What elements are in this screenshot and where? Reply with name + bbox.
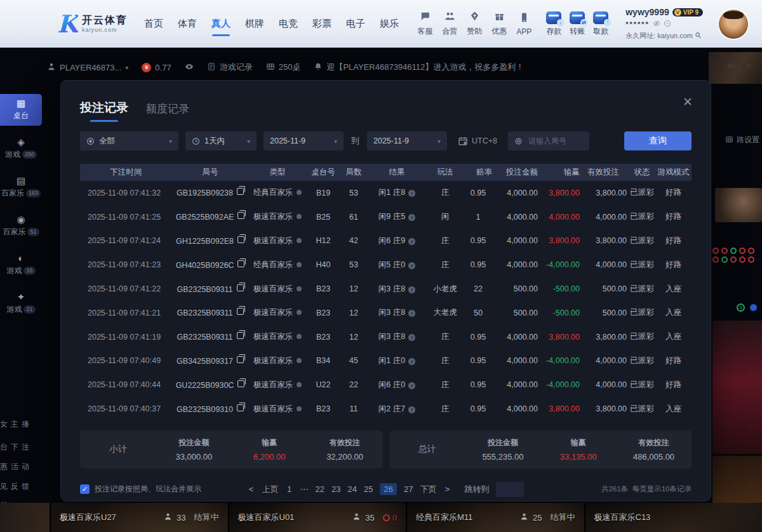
- merge-checkbox[interactable]: [80, 484, 90, 494]
- total-win: 33,135.00: [540, 452, 616, 462]
- deposit-button[interactable]: ↓ 存款: [546, 11, 561, 37]
- valid-bet: 500.00: [580, 309, 627, 317]
- nav-item[interactable]: 体育: [178, 18, 197, 30]
- table-row[interactable]: 2025-11-09 07:41:24 GH1225B092E8 极速百家乐 H…: [80, 229, 692, 253]
- sidebar-item[interactable]: ◐ 游戏 15: [0, 249, 42, 281]
- table-tile[interactable]: 极速百家乐U27 33 结算中: [51, 503, 228, 532]
- page-button[interactable]: 上页: [262, 484, 279, 495]
- info-icon[interactable]: [408, 286, 415, 293]
- info-icon[interactable]: [408, 382, 415, 389]
- game-record-link[interactable]: 游戏记录: [207, 62, 253, 73]
- info-icon[interactable]: [408, 358, 415, 365]
- copy-icon[interactable]: [237, 404, 244, 411]
- page-button[interactable]: 25: [364, 484, 373, 494]
- time-range-select[interactable]: 1天内 ▾: [185, 131, 257, 150]
- game-type-select[interactable]: 全部 ▾: [80, 131, 178, 150]
- modal-tab[interactable]: 额度记录: [146, 102, 189, 116]
- page-button[interactable]: >: [443, 484, 451, 494]
- copy-icon[interactable]: [237, 308, 244, 315]
- page-button[interactable]: 27: [404, 484, 413, 494]
- info-icon[interactable]: [408, 334, 415, 341]
- copy-icon[interactable]: [237, 356, 244, 363]
- page-button[interactable]: 26: [380, 483, 396, 495]
- table-tile[interactable]: 极速百家乐U01 35 0: [229, 503, 406, 532]
- table-row[interactable]: 2025-11-09 07:41:19 GB2325B09311 极速百家乐 B…: [80, 325, 692, 349]
- info-icon[interactable]: [408, 406, 415, 413]
- copy-icon[interactable]: [237, 260, 244, 267]
- table-row[interactable]: 2025-11-09 07:40:49 GB3425B09317 极速百家乐 B…: [80, 349, 692, 373]
- copy-icon[interactable]: [237, 212, 244, 219]
- table-tile[interactable]: 经典百家乐M11 25 结算中: [407, 503, 584, 532]
- transfer-button[interactable]: ⇄ 转账: [570, 11, 585, 37]
- table-row[interactable]: 2025-11-09 07:41:21 GB2325B09311 极速百家乐 B…: [80, 301, 692, 325]
- eye-off-icon[interactable]: [653, 18, 660, 30]
- nav-item[interactable]: 电子: [346, 18, 365, 30]
- sponsor-button[interactable]: 赞助: [467, 11, 482, 37]
- table-row[interactable]: 2025-11-09 07:40:44 GU2225B0930C 极速百家乐 U…: [80, 373, 692, 397]
- sidebar-item[interactable]: ▤ 百家乐 163: [0, 171, 42, 203]
- close-icon[interactable]: ✕: [683, 96, 693, 108]
- info-icon[interactable]: [408, 262, 415, 269]
- page-button[interactable]: 24: [348, 484, 357, 494]
- refresh-circle-icon[interactable]: [664, 18, 671, 30]
- table-row[interactable]: 2025-11-09 07:41:25 GB2525B092AE 极速百家乐 B…: [80, 205, 692, 229]
- date-to-select[interactable]: 2025-11-9 ▾: [367, 131, 447, 150]
- copy-icon[interactable]: [237, 332, 244, 339]
- player-menu[interactable]: PLAYER46873... ▾: [47, 62, 128, 73]
- jump-input[interactable]: [496, 482, 524, 497]
- sidebar-link-promos[interactable]: 惠活动: [0, 462, 38, 472]
- modal-tab[interactable]: 投注记录: [80, 100, 128, 116]
- query-button[interactable]: 查询: [624, 131, 692, 150]
- page-button[interactable]: ⋯: [300, 484, 309, 494]
- withdraw-button[interactable]: ↑ 取款: [593, 11, 608, 37]
- partnership-button[interactable]: 合营: [442, 11, 457, 37]
- date-from-select[interactable]: 2025-11-9 ▾: [264, 131, 344, 150]
- timezone-display[interactable]: UTC+8: [458, 136, 497, 146]
- sidebar-link-feedback[interactable]: 见反馈: [0, 481, 38, 492]
- nav-item[interactable]: 首页: [144, 18, 163, 30]
- nav-item[interactable]: 娱乐: [380, 18, 399, 30]
- table-row[interactable]: 2025-11-09 07:40:37 GB2325B09310 极速百家乐 B…: [80, 397, 692, 421]
- total-label: 总计: [389, 444, 465, 455]
- visibility-toggle[interactable]: [185, 62, 194, 73]
- table-id: B23: [307, 284, 340, 293]
- nav-item[interactable]: 真人: [211, 18, 231, 30]
- nav-item[interactable]: 棋牌: [245, 18, 264, 30]
- table-row[interactable]: 2025-11-09 07:41:22 GB2325B09311 极速百家乐 B…: [80, 277, 692, 301]
- copy-icon[interactable]: [237, 380, 244, 387]
- brand-logo[interactable]: K 开云体育 kaiyun.com: [57, 12, 128, 36]
- header-right: 客服 合营 赞助 优惠 APP ↓ 存款: [417, 7, 748, 41]
- promo-button[interactable]: 优惠: [491, 11, 507, 37]
- sidebar-item[interactable]: ✦ 游戏 21: [0, 288, 42, 319]
- sidebar-item[interactable]: ◉ 百家乐 51: [0, 210, 42, 242]
- page-button[interactable]: 22: [316, 484, 324, 494]
- copy-icon[interactable]: [237, 236, 244, 243]
- info-icon[interactable]: [408, 214, 415, 221]
- sidebar-item[interactable]: ▦ 桌台: [0, 94, 42, 126]
- page-button[interactable]: <: [248, 484, 255, 494]
- magnifier-icon[interactable]: [695, 32, 702, 40]
- sidebar-item[interactable]: ◈ 游戏 250: [0, 133, 42, 164]
- balance-display[interactable]: 0.77: [142, 63, 171, 72]
- info-icon[interactable]: [408, 190, 415, 197]
- app-download-button[interactable]: APP: [516, 12, 531, 36]
- copy-icon[interactable]: [237, 284, 244, 291]
- nav-item[interactable]: 彩票: [312, 18, 331, 30]
- page-button[interactable]: 23: [331, 484, 340, 494]
- copy-icon[interactable]: [237, 188, 244, 195]
- tables-count[interactable]: 250桌: [266, 62, 301, 73]
- avatar[interactable]: [719, 10, 748, 39]
- table-tile[interactable]: 极速百家乐C13: [585, 503, 762, 532]
- page-button[interactable]: 1: [286, 484, 293, 494]
- nav-item[interactable]: 电竞: [279, 18, 298, 30]
- round-search-input[interactable]: [527, 136, 583, 146]
- table-row[interactable]: 2025-11-09 07:41:23 GH4025B0926C 经典百家乐 H…: [80, 253, 692, 277]
- customer-service-button[interactable]: 客服: [417, 11, 432, 37]
- table-row[interactable]: 2025-11-09 07:41:32 GB1925B09238 经典百家乐 B…: [80, 181, 692, 205]
- info-icon[interactable]: [408, 310, 415, 317]
- page-button[interactable]: 下页: [420, 484, 436, 495]
- sidebar-link-anchors[interactable]: 女主播: [0, 419, 38, 430]
- sidebar-link-multibet[interactable]: 台下注: [0, 442, 38, 453]
- info-icon[interactable]: [408, 238, 415, 245]
- road-settings[interactable]: 路设置: [725, 135, 759, 145]
